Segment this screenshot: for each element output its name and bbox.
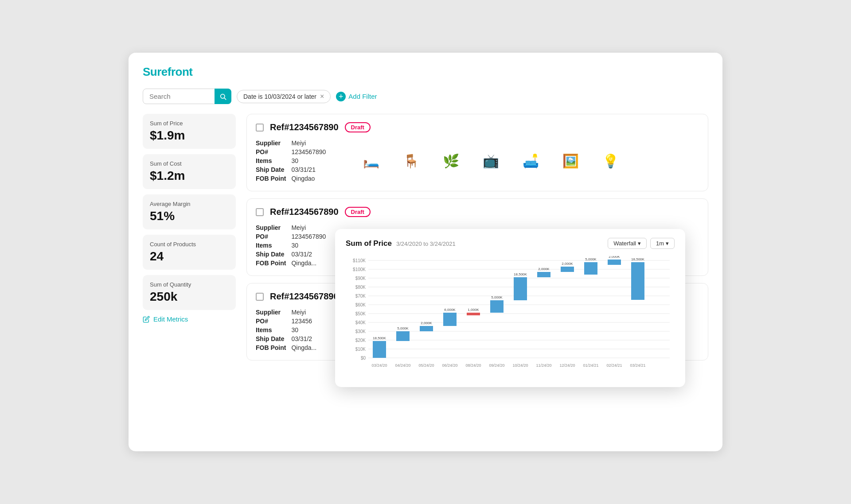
plus-icon: + (336, 92, 346, 101)
svg-text:2,000K: 2,000K (562, 262, 573, 266)
svg-text:$100K: $100K (353, 267, 366, 272)
order-checkbox-1[interactable] (256, 208, 264, 216)
main-layout: Sum of Price $1.9m Sum of Cost $1.2m Ave… (143, 114, 708, 368)
svg-text:2,000K: 2,000K (538, 267, 550, 271)
product-image: 🛏️ (353, 143, 389, 178)
svg-text:01/24/21: 01/24/21 (583, 363, 598, 368)
product-image: 🌿 (433, 143, 468, 178)
metric-value-4: 250k (150, 290, 229, 304)
order-ref-0: Ref#1234567890 (270, 122, 339, 132)
bar-5 (467, 313, 480, 315)
svg-text:06/24/20: 06/24/20 (442, 363, 457, 368)
order-header: Ref#1234567890 Draft (256, 122, 699, 132)
bar-8 (537, 272, 550, 277)
bar-7 (514, 277, 527, 300)
chevron-down-icon: ▾ (638, 240, 641, 247)
filter-close-button[interactable]: × (320, 93, 324, 100)
product-image: 🪑 (393, 143, 429, 178)
order-header: Ref#1234567890 Draft (256, 207, 699, 217)
chart-title: Sum of Price (346, 239, 392, 248)
search-icon (219, 93, 226, 100)
order-info-1: SupplierMeiyi PO#1234567890 Items30 Ship… (256, 223, 344, 268)
chart-controls: Waterfall ▾ 1m ▾ (608, 238, 675, 249)
svg-text:2,000K: 2,000K (609, 256, 620, 259)
order-ref-1: Ref#1234567890 (270, 207, 339, 217)
add-filter-button[interactable]: + Add Filter (336, 92, 377, 101)
product-images-0: 🛏️🪑🌿📺🛋️🖼️💡 (344, 139, 628, 183)
metric-label-1: Sum of Cost (150, 160, 229, 167)
order-card-0: Ref#1234567890 Draft SupplierMeiyi PO#12… (246, 114, 708, 191)
svg-text:09/24/20: 09/24/20 (489, 363, 504, 368)
pencil-icon (143, 316, 150, 323)
bar-9 (561, 267, 574, 272)
metric-value-0: $1.9m (150, 128, 229, 143)
waterfall-label: Waterfall (613, 240, 636, 247)
metric-card-1: Sum of Cost $1.2m (143, 154, 236, 189)
app-logo: Surefront (143, 65, 708, 79)
product-image: 💡 (593, 143, 628, 178)
metric-label-4: Sum of Quantity (150, 281, 229, 288)
svg-text:$30K: $30K (355, 329, 366, 334)
metric-value-2: 51% (150, 209, 229, 223)
bar-6 (490, 300, 504, 313)
svg-text:5,000K: 5,000K (397, 326, 409, 330)
svg-text:1,000K: 1,000K (468, 308, 479, 312)
svg-text:12/24/20: 12/24/20 (559, 363, 575, 368)
order-info-0: SupplierMeiyi PO#1234567890 Items30 Ship… (256, 139, 344, 183)
search-button[interactable] (215, 89, 231, 104)
sidebar: Sum of Price $1.9m Sum of Cost $1.2m Ave… (143, 114, 236, 368)
period-label: 1m (656, 240, 664, 247)
bar-1 (373, 341, 386, 358)
order-details-0: SupplierMeiyi PO#1234567890 Items30 Ship… (256, 139, 699, 183)
svg-text:08/24/20: 08/24/20 (465, 363, 481, 368)
search-wrapper (143, 89, 231, 104)
svg-text:2,000K: 2,000K (421, 321, 432, 325)
svg-text:$110K: $110K (353, 258, 366, 263)
svg-text:10/24/20: 10/24/20 (512, 363, 528, 368)
svg-text:$90K: $90K (355, 276, 366, 281)
svg-text:$0: $0 (361, 356, 366, 361)
bar-2 (396, 331, 410, 341)
chart-header: Sum of Price 3/24/2020 to 3/24/2021 Wate… (346, 238, 675, 249)
metric-value-1: $1.2m (150, 169, 229, 183)
metric-card-2: Average Margin 51% (143, 194, 236, 229)
order-checkbox-0[interactable] (256, 124, 264, 132)
chart-svg: $110K $100K $90K $80K $70K $60K $50K $40… (346, 256, 675, 380)
svg-text:18,500K: 18,500K (631, 257, 644, 261)
svg-text:$40K: $40K (355, 320, 366, 325)
waterfall-button[interactable]: Waterfall ▾ (608, 238, 647, 249)
period-button[interactable]: 1m ▾ (650, 238, 675, 249)
add-filter-label: Add Filter (348, 93, 377, 100)
bar-12 (631, 262, 644, 300)
metric-card-4: Sum of Quantity 250k (143, 275, 236, 310)
edit-metrics-label: Edit Metrics (153, 315, 188, 323)
chart-area: $110K $100K $90K $80K $70K $60K $50K $40… (346, 256, 675, 380)
svg-text:5,000K: 5,000K (491, 295, 503, 299)
svg-text:$50K: $50K (355, 311, 366, 316)
metric-card-0: Sum of Price $1.9m (143, 114, 236, 149)
top-bar: Date is 10/03/2024 or later × + Add Filt… (143, 89, 708, 104)
svg-text:18,500K: 18,500K (373, 336, 386, 340)
svg-text:6,000K: 6,000K (444, 308, 456, 312)
content-area: Ref#1234567890 Draft SupplierMeiyi PO#12… (246, 114, 708, 368)
metric-value-3: 24 (150, 249, 229, 264)
product-image: 🛋️ (513, 143, 548, 178)
bar-3 (420, 326, 433, 331)
svg-text:18,500K: 18,500K (514, 272, 527, 276)
order-ref-2: Ref#1234567890 (270, 291, 339, 302)
filter-label: Date is 10/03/2024 or later (243, 93, 316, 100)
svg-text:11/24/20: 11/24/20 (536, 363, 551, 368)
order-checkbox-2[interactable] (256, 293, 264, 301)
svg-text:$70K: $70K (355, 294, 366, 299)
bar-4 (443, 313, 457, 326)
draft-badge-1: Draft (345, 207, 371, 217)
bar-11 (608, 260, 621, 265)
svg-text:$60K: $60K (355, 302, 366, 307)
chevron-down-icon-2: ▾ (666, 240, 669, 247)
metric-label-3: Count of Products (150, 241, 229, 248)
product-image: 📺 (473, 143, 508, 178)
draft-badge-0: Draft (345, 122, 371, 132)
edit-metrics-button[interactable]: Edit Metrics (143, 315, 188, 323)
metric-label-0: Sum of Price (150, 120, 229, 127)
metric-label-2: Average Margin (150, 201, 229, 207)
